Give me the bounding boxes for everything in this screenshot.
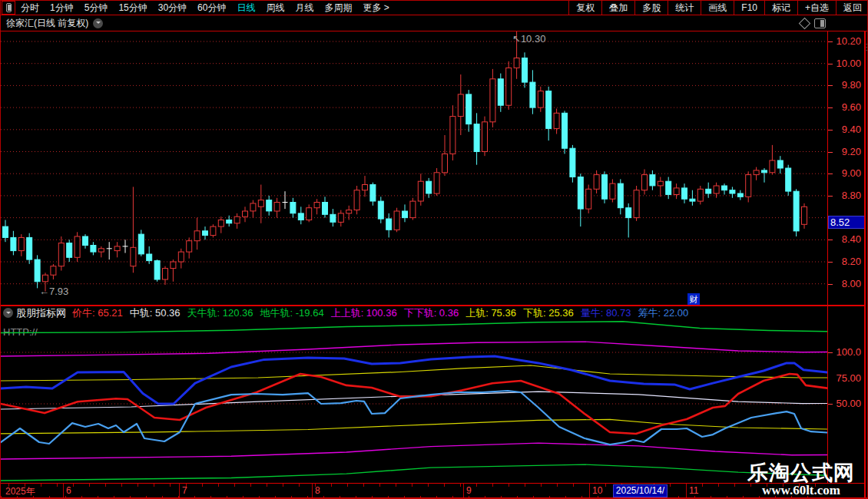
candle: [203, 226, 208, 240]
candle: [506, 61, 512, 110]
axis-tick: [828, 284, 833, 285]
period-tab[interactable]: 月线: [290, 2, 319, 15]
indicator-axis-label: 75.00: [836, 372, 861, 384]
axis-tick: [828, 85, 833, 86]
candle: [450, 105, 456, 160]
period-tab[interactable]: 1分钟: [45, 2, 79, 15]
candle: [538, 87, 543, 112]
candle: [138, 230, 144, 256]
candle: [626, 203, 631, 238]
candle: [346, 206, 352, 220]
toolbar-button[interactable]: 叠加: [601, 1, 634, 15]
indicator-header: 股朋指标网 价牛: 65.21中轨: 50.36天牛轨: 120.36地牛轨: …: [1, 306, 827, 319]
price-axis[interactable]: 10.2010.009.809.609.409.209.008.808.408.…: [828, 31, 865, 306]
axis-tick: [828, 262, 833, 263]
axis-tick: [828, 64, 833, 64]
indicator-field: 量牛: 80.73: [581, 306, 631, 319]
period-tab[interactable]: 5分钟: [79, 2, 114, 15]
title-bar: 徐家汇(日线 前复权): [1, 15, 868, 31]
candle: [11, 231, 16, 256]
candle: [650, 170, 655, 190]
period-tab[interactable]: 日线: [231, 2, 260, 15]
axis-tick: [8, 484, 9, 487]
candle: [466, 90, 472, 132]
toolbar-button[interactable]: +自选: [797, 1, 836, 15]
period-tab[interactable]: 30分钟: [153, 2, 192, 15]
candle: [482, 117, 488, 157]
candle: [442, 135, 448, 176]
candle: [802, 203, 807, 229]
candle: [323, 197, 328, 217]
indicator-axis-label: 100.0: [836, 346, 861, 358]
period-tab[interactable]: 多周期: [319, 2, 357, 15]
candle: [618, 179, 623, 214]
candle: [67, 240, 72, 262]
split-pane-icon[interactable]: [814, 18, 826, 28]
toolbar-button[interactable]: 统计: [668, 1, 701, 15]
diamond-icon[interactable]: [799, 17, 811, 29]
axis-tick: [396, 484, 396, 487]
candle: [27, 233, 32, 264]
candle: [306, 204, 312, 222]
price-axis-label: 9.40: [842, 124, 861, 135]
axis-tick: [331, 484, 332, 487]
top-toolbar: 分时1分钟5分钟15分钟30分钟60分钟日线周线月线多周期更多 > 复权叠加多股…: [1, 1, 868, 15]
period-tab[interactable]: 周线: [260, 2, 290, 15]
price-axis-label: 10.00: [836, 58, 861, 69]
price-axis-label: 9.00: [842, 167, 861, 179]
indicator-source: 股朋指标网: [16, 306, 66, 319]
time-axis[interactable]: 2025年 678910112025/10/14/二: [1, 483, 865, 498]
candle: [777, 156, 783, 173]
indicator-line-地牛轨: [1, 464, 827, 481]
toolbar-button[interactable]: 返回: [836, 1, 868, 15]
candle: [666, 177, 671, 200]
candle: [762, 168, 767, 183]
toolbar-button[interactable]: 多股: [634, 1, 668, 15]
candle: [746, 171, 751, 202]
period-tab[interactable]: 分时: [15, 2, 45, 15]
indicator-field: 上上轨: 100.36: [331, 306, 397, 319]
candle: [171, 259, 176, 282]
chevron-down-icon[interactable]: [93, 18, 103, 28]
toolbar-button[interactable]: 画线: [701, 1, 734, 15]
panel-icon: [6, 3, 12, 12]
candlestick-chart[interactable]: ↖10.30←7.93财: [1, 31, 827, 306]
candle: [314, 199, 320, 214]
indicator-axis-label: 50.00: [836, 398, 861, 409]
price-axis-label: 8.80: [842, 190, 861, 201]
candle: [338, 210, 343, 227]
candle: [586, 185, 591, 213]
period-tab[interactable]: 60分钟: [192, 2, 231, 15]
candle: [227, 216, 232, 226]
date-tag: 2025/10/14/二: [613, 484, 668, 497]
chevron-down-icon[interactable]: [3, 308, 13, 318]
month-tick: [63, 484, 64, 498]
toolbar-button[interactable]: 标记: [764, 1, 797, 15]
candle: [283, 191, 288, 209]
watermark-url: www.60lt.com: [747, 484, 855, 497]
candle: [490, 69, 495, 127]
candle: [682, 183, 687, 203]
period-tab[interactable]: 15分钟: [113, 2, 152, 15]
financial-report-badge[interactable]: 财: [687, 293, 700, 305]
layout-toggle-button[interactable]: [2, 1, 15, 15]
month-tick: [686, 484, 687, 498]
candle: [730, 187, 735, 197]
indicator-svg: HTTP://: [1, 319, 827, 483]
toolbar-button[interactable]: 复权: [568, 1, 601, 15]
axis-tick: [299, 484, 300, 487]
period-tab[interactable]: 更多 >: [357, 2, 394, 15]
price-axis-label: 9.60: [842, 101, 861, 113]
axis-tick: [541, 484, 542, 487]
indicator-field: 价牛: 65.21: [72, 306, 123, 319]
toolbar-button[interactable]: F10: [734, 1, 764, 15]
axis-month-label: 6: [66, 485, 71, 496]
indicator-panel[interactable]: HTTP://: [1, 319, 827, 483]
candle: [554, 109, 559, 134]
candle: [754, 167, 759, 180]
candle: [114, 242, 120, 257]
candle: [250, 200, 256, 218]
candlestick-svg: ↖10.30←7.93财: [1, 31, 827, 306]
axis-month-label: 10: [592, 485, 602, 496]
candle: [378, 197, 383, 223]
